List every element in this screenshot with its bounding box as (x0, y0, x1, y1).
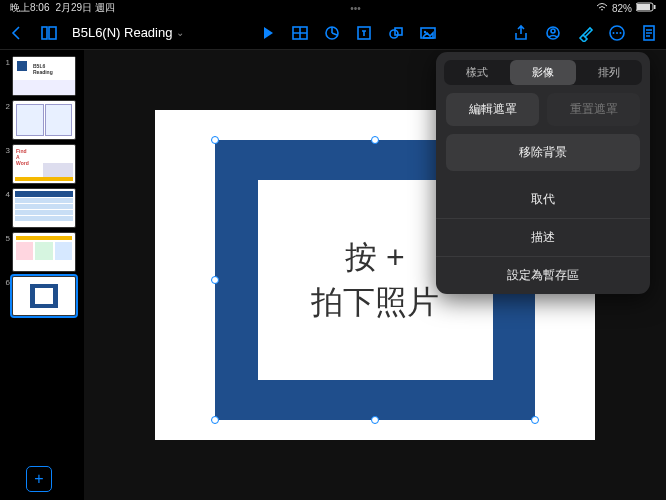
share-icon[interactable] (512, 24, 530, 42)
slide-thumbnails-panel: 1 B5L6Reading 2 3 FindAWord 4 5 6 + (0, 50, 84, 500)
tab-arrange[interactable]: 排列 (576, 60, 642, 85)
toolbar: B5L6(N) Reading ⌄ (0, 16, 666, 50)
svg-rect-3 (42, 27, 47, 39)
reset-mask-button: 重置遮罩 (547, 93, 640, 126)
battery-icon (636, 2, 656, 14)
battery-percent: 82% (612, 3, 632, 14)
svg-rect-4 (49, 27, 56, 39)
selection-handle[interactable] (531, 416, 539, 424)
selection-handle[interactable] (371, 416, 379, 424)
set-placeholder-button[interactable]: 設定為暫存區 (436, 256, 650, 294)
tab-image[interactable]: 影像 (510, 60, 576, 85)
format-popover: 樣式 影像 排列 編輯遮罩 重置遮罩 移除背景 取代 描述 設定為暫存區 (436, 52, 650, 294)
back-button[interactable] (8, 24, 26, 42)
thumbnail-1[interactable]: B5L6Reading (12, 56, 76, 96)
slide-navigator-icon[interactable] (40, 24, 58, 42)
document-settings-icon[interactable] (640, 24, 658, 42)
status-dots: ••• (115, 3, 596, 14)
tab-style[interactable]: 樣式 (444, 60, 510, 85)
thumbnail-3[interactable]: FindAWord (12, 144, 76, 184)
format-brush-icon[interactable] (576, 24, 594, 42)
edit-mask-button[interactable]: 編輯遮罩 (446, 93, 539, 126)
status-time: 晚上8:06 (10, 1, 49, 15)
thumbnail-6[interactable] (12, 276, 76, 316)
describe-button[interactable]: 描述 (436, 218, 650, 256)
thumbnail-5[interactable] (12, 232, 76, 272)
add-slide-button[interactable]: + (26, 466, 52, 492)
more-icon[interactable] (608, 24, 626, 42)
document-title[interactable]: B5L6(N) Reading ⌄ (72, 25, 184, 40)
selection-handle[interactable] (211, 276, 219, 284)
collaborate-icon[interactable] (544, 24, 562, 42)
text-icon[interactable] (355, 24, 373, 42)
remove-background-button[interactable]: 移除背景 (446, 134, 640, 171)
svg-rect-2 (654, 5, 656, 9)
svg-point-8 (390, 30, 398, 38)
selection-handle[interactable] (371, 136, 379, 144)
media-icon[interactable] (419, 24, 437, 42)
status-date: 2月29日 週四 (55, 1, 114, 15)
status-bar: 晚上8:06 2月29日 週四 ••• 82% (0, 0, 666, 16)
thumbnail-2[interactable] (12, 100, 76, 140)
svg-point-17 (620, 32, 622, 34)
thumbnail-4[interactable] (12, 188, 76, 228)
svg-point-15 (613, 32, 615, 34)
svg-point-16 (616, 32, 618, 34)
play-button[interactable] (259, 24, 277, 42)
selection-handle[interactable] (211, 136, 219, 144)
chevron-down-icon: ⌄ (176, 27, 184, 38)
svg-rect-1 (637, 4, 650, 10)
selection-handle[interactable] (211, 416, 219, 424)
wifi-icon (596, 2, 608, 14)
shape-icon[interactable] (387, 24, 405, 42)
replace-button[interactable]: 取代 (436, 181, 650, 218)
table-icon[interactable] (291, 24, 309, 42)
chart-icon[interactable] (323, 24, 341, 42)
svg-point-13 (551, 29, 555, 33)
format-tabs: 樣式 影像 排列 (444, 60, 642, 85)
svg-point-11 (424, 30, 426, 32)
